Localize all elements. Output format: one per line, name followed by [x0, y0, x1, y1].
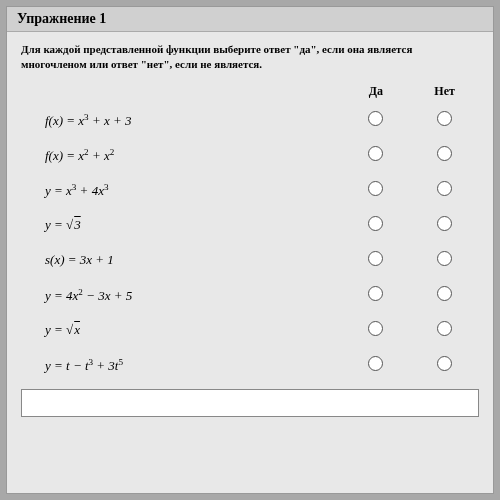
radio-no[interactable] [437, 146, 452, 161]
radio-no[interactable] [437, 321, 452, 336]
radio-no[interactable] [437, 181, 452, 196]
radio-no[interactable] [437, 216, 452, 231]
question-row: f(x) = x2 + x2 [21, 138, 479, 173]
radio-yes[interactable] [368, 356, 383, 371]
radio-yes[interactable] [368, 286, 383, 301]
question-row: y = t − t3 + 3t5 [21, 348, 479, 383]
radio-no[interactable] [437, 356, 452, 371]
instructions-text: Для каждой представленной функции выбери… [7, 32, 493, 80]
function-expression: f(x) = x3 + x + 3 [21, 103, 342, 138]
question-row: y = 4x2 − 3x + 5 [21, 278, 479, 313]
radio-yes[interactable] [368, 216, 383, 231]
exercise-title: Упражнение 1 [7, 7, 493, 32]
answer-input-box[interactable] [21, 389, 479, 417]
question-row: y = √x [21, 313, 479, 348]
function-expression: y = √3 [21, 208, 342, 243]
radio-yes[interactable] [368, 181, 383, 196]
exercise-panel: Упражнение 1 Для каждой представленной ф… [6, 6, 494, 494]
column-no: Нет [410, 80, 479, 103]
radio-yes[interactable] [368, 321, 383, 336]
question-row: y = √3 [21, 208, 479, 243]
question-row: s(x) = 3x + 1 [21, 243, 479, 278]
radio-yes[interactable] [368, 111, 383, 126]
radio-no[interactable] [437, 251, 452, 266]
function-expression: s(x) = 3x + 1 [21, 243, 342, 278]
radio-no[interactable] [437, 111, 452, 126]
function-expression: y = √x [21, 313, 342, 348]
radio-yes[interactable] [368, 251, 383, 266]
question-row: y = x3 + 4x3 [21, 173, 479, 208]
function-expression: f(x) = x2 + x2 [21, 138, 342, 173]
radio-no[interactable] [437, 286, 452, 301]
function-expression: y = 4x2 − 3x + 5 [21, 278, 342, 313]
question-row: f(x) = x3 + x + 3 [21, 103, 479, 138]
function-expression: y = t − t3 + 3t5 [21, 348, 342, 383]
radio-yes[interactable] [368, 146, 383, 161]
column-yes: Да [342, 80, 411, 103]
function-expression: y = x3 + 4x3 [21, 173, 342, 208]
question-table: Да Нет f(x) = x3 + x + 3f(x) = x2 + x2y … [21, 80, 479, 383]
